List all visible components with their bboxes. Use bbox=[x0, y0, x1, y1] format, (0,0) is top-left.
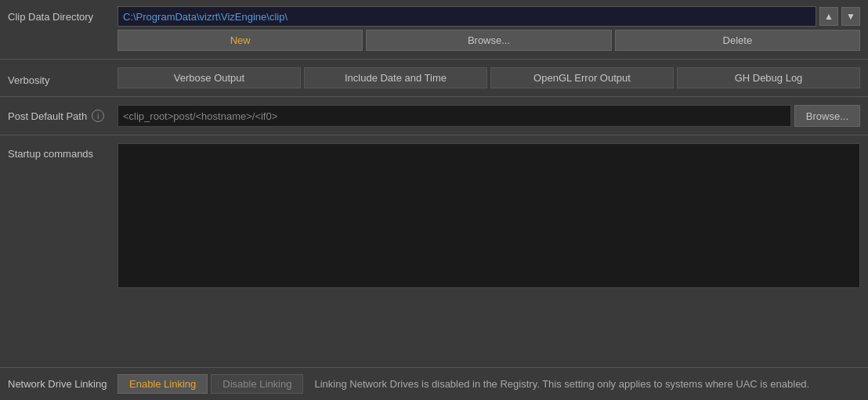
clip-dir-up-arrow[interactable]: ▲ bbox=[819, 7, 838, 26]
network-drive-linking-label: Network Drive Linking bbox=[8, 378, 118, 390]
clip-dir-input[interactable] bbox=[118, 6, 816, 27]
network-drive-buttons: Enable Linking Disable Linking bbox=[118, 374, 303, 394]
gh-debug-log-button[interactable]: GH Debug Log bbox=[677, 67, 860, 88]
clip-data-directory-label: Clip Data Directory bbox=[8, 6, 118, 23]
browse-post-button[interactable]: Browse... bbox=[794, 105, 860, 127]
main-container: Clip Data Directory ▲ ▼ New Browse... De… bbox=[0, 0, 868, 400]
divider-3 bbox=[0, 135, 868, 135]
post-label-text: Post Default Path bbox=[8, 110, 87, 122]
clip-dir-row: ▲ ▼ bbox=[118, 6, 860, 27]
clip-dir-down-arrow[interactable]: ▼ bbox=[841, 7, 860, 26]
divider-1 bbox=[0, 59, 868, 59]
network-drive-linking-section: Network Drive Linking Enable Linking Dis… bbox=[0, 367, 868, 400]
clip-dir-btn-row: New Browse... Delete bbox=[118, 30, 860, 51]
include-date-time-button[interactable]: Include Date and Time bbox=[304, 67, 487, 88]
startup-commands-section: Startup commands bbox=[0, 137, 868, 367]
new-button[interactable]: New bbox=[118, 30, 363, 51]
opengl-error-output-button[interactable]: OpenGL Error Output bbox=[490, 67, 674, 88]
browse-clip-button[interactable]: Browse... bbox=[366, 30, 611, 51]
post-default-path-label: Post Default Path i bbox=[8, 110, 118, 122]
post-path-input[interactable] bbox=[118, 105, 791, 127]
disable-linking-button[interactable]: Disable Linking bbox=[211, 374, 303, 394]
network-info-text: Linking Network Drives is disabled in th… bbox=[314, 378, 860, 390]
startup-commands-textarea[interactable] bbox=[118, 143, 860, 288]
verbosity-toggle-group: Verbose Output Include Date and Time Ope… bbox=[118, 67, 860, 88]
delete-button[interactable]: Delete bbox=[615, 30, 860, 51]
verbosity-section: Verbosity Verbose Output Include Date an… bbox=[0, 61, 868, 95]
clip-data-directory-section: Clip Data Directory ▲ ▼ New Browse... De… bbox=[0, 0, 868, 57]
verbose-output-button[interactable]: Verbose Output bbox=[118, 67, 301, 88]
clip-data-directory-content: ▲ ▼ New Browse... Delete bbox=[118, 6, 860, 51]
verbosity-label: Verbosity bbox=[8, 70, 118, 86]
enable-linking-button[interactable]: Enable Linking bbox=[118, 374, 208, 394]
startup-commands-label: Startup commands bbox=[8, 143, 118, 160]
post-default-path-section: Post Default Path i Browse... bbox=[0, 99, 868, 133]
post-path-info-icon: i bbox=[92, 110, 104, 122]
divider-2 bbox=[0, 96, 868, 97]
